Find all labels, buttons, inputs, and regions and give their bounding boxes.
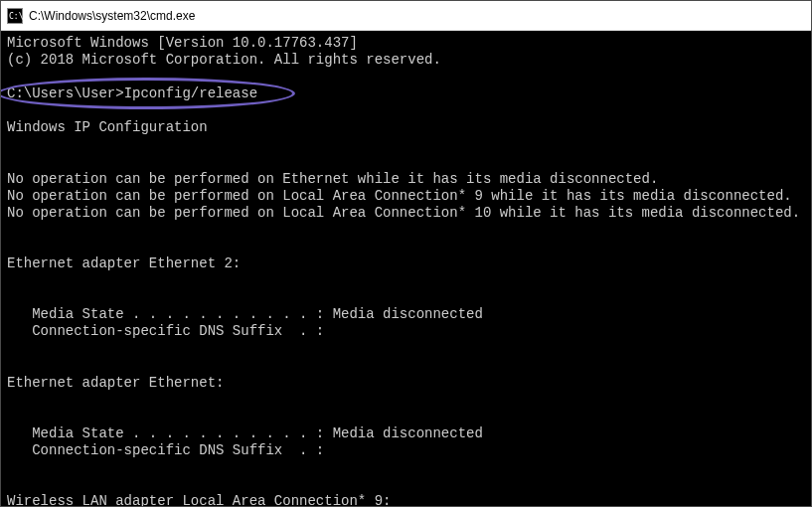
prompt: C:\Users\User>: [7, 85, 124, 101]
adapter-title: Wireless LAN adapter Local Area Connecti…: [7, 493, 805, 506]
media-state: Media State . . . . . . . . . . . : Medi…: [7, 306, 805, 323]
noop-line: No operation can be performed on Local A…: [7, 188, 805, 205]
adapter-title: Ethernet adapter Ethernet:: [7, 375, 805, 392]
window-title: C:\Windows\system32\cmd.exe: [29, 9, 195, 23]
media-state: Media State . . . . . . . . . . . : Medi…: [7, 425, 805, 442]
cmd-icon: C:\: [7, 8, 23, 24]
noop-line: No operation can be performed on Local A…: [7, 205, 805, 222]
cmd-window: C:\ C:\Windows\system32\cmd.exe Microsof…: [0, 0, 812, 507]
terminal-area[interactable]: Microsoft Windows [Version 10.0.17763.43…: [1, 31, 811, 506]
ipconfig-header: Windows IP Configuration: [7, 119, 805, 136]
dns-suffix: Connection-specific DNS Suffix . :: [7, 442, 805, 459]
svg-text:C:\: C:\: [9, 12, 23, 21]
adapter-title: Ethernet adapter Ethernet 2:: [7, 255, 805, 272]
version-line: Microsoft Windows [Version 10.0.17763.43…: [7, 35, 805, 52]
copyright-line: (c) 2018 Microsoft Corporation. All righ…: [7, 52, 805, 69]
noop-line: No operation can be performed on Etherne…: [7, 171, 805, 188]
typed-command: Ipconfig/release: [124, 85, 257, 101]
dns-suffix: Connection-specific DNS Suffix . :: [7, 323, 805, 340]
command-line: C:\Users\User>Ipconfig/release: [7, 85, 257, 102]
title-bar[interactable]: C:\ C:\Windows\system32\cmd.exe: [1, 1, 811, 31]
terminal-output: Microsoft Windows [Version 10.0.17763.43…: [7, 35, 805, 506]
